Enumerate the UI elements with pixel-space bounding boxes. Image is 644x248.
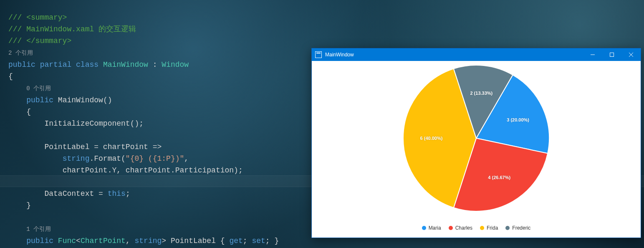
brace: } — [26, 201, 31, 210]
legend-label: Frida — [487, 225, 498, 231]
codelens-references-class[interactable]: 2 个引用 — [8, 50, 33, 56]
ctor-name: MainWindow — [58, 96, 103, 104]
gt: > — [162, 237, 166, 245]
punct-colon: : — [148, 61, 162, 69]
legend-item-frida[interactable]: Frida — [480, 225, 498, 231]
type-mainwindow: MainWindow — [103, 61, 148, 69]
comma: , — [126, 237, 135, 245]
pie-slice-label-maria: 3 (20.00%) — [507, 117, 529, 122]
keyword-public: public — [26, 237, 53, 245]
maximize-button[interactable] — [602, 48, 621, 61]
keyword-public: public — [26, 96, 53, 104]
pie-slice-label-frederic: 2 (13.33%) — [470, 91, 492, 96]
datacontext-assign: DataContext = — [44, 190, 107, 198]
minimize-icon — [591, 53, 595, 57]
prop-name: PointLabel { — [166, 237, 229, 245]
string-literal: "{0} ({1:P})" — [126, 154, 184, 163]
brace: { — [26, 108, 31, 116]
codelens-references-ctor[interactable]: 0 个引用 — [26, 85, 51, 92]
legend-label: Charles — [455, 225, 472, 231]
legend-item-charles[interactable]: Charles — [449, 225, 472, 231]
close-button[interactable] — [621, 48, 641, 61]
prop-tail: ; } — [265, 237, 279, 245]
keyword-partial: partial — [40, 61, 72, 69]
legend-dot-icon — [505, 226, 510, 230]
window-icon — [315, 51, 322, 58]
type-func: Func — [58, 237, 76, 245]
xml-doc-line: /// </summary> — [8, 37, 71, 45]
type-chartpoint: ChartPoint — [81, 237, 126, 245]
keyword-class: class — [76, 61, 98, 69]
parens: () — [103, 96, 112, 104]
legend-dot-icon — [480, 226, 484, 230]
keyword-public: public — [8, 61, 35, 69]
minimize-button[interactable] — [583, 48, 602, 61]
pie-slice-label-frida: 6 (40.00%) — [420, 136, 443, 141]
keyword-string: string — [63, 154, 90, 163]
maximize-icon — [610, 53, 614, 57]
format-args: chartPoint.Y, chartPoint.Participation); — [63, 166, 243, 175]
legend-label: Maria — [429, 225, 441, 231]
keyword-get: get — [229, 237, 242, 245]
comma: , — [184, 154, 189, 163]
semicolon: ; — [243, 237, 252, 245]
xml-doc-line: /// <summary> — [8, 13, 67, 22]
codelens-references-prop[interactable]: 1 个引用 — [26, 226, 51, 233]
type-window: Window — [162, 61, 189, 69]
brace: { — [8, 72, 13, 81]
window-titlebar[interactable]: MainWindow — [312, 48, 641, 61]
chart-area: 3 (20.00%)4 (26.67%)6 (40.00%)2 (13.33%)… — [312, 61, 641, 238]
legend-item-frederic[interactable]: Frederic — [505, 225, 530, 231]
call-format: .Format( — [89, 154, 125, 163]
type-string: string — [135, 237, 162, 245]
code-editor[interactable]: /// <summary> /// MainWindow.xaml 的交互逻辑 … — [8, 0, 317, 248]
xml-doc-line: /// MainWindow.xaml 的交互逻辑 — [8, 25, 136, 33]
chart-legend: MariaCharlesFridaFrederic — [312, 225, 641, 231]
call-initializecomponent: InitializeComponent(); — [44, 119, 144, 128]
lt: < — [76, 237, 81, 245]
legend-label: Frederic — [512, 225, 530, 231]
svg-rect-1 — [610, 53, 614, 57]
legend-dot-icon — [422, 226, 426, 230]
legend-item-maria[interactable]: Maria — [422, 225, 441, 231]
keyword-set: set — [252, 237, 265, 245]
window-buttons — [583, 48, 641, 61]
lambda-assign: PointLabel = chartPoint => — [44, 143, 162, 151]
app-window-mainwindow: MainWindow 3 (20.00%)4 (26.67%)6 (40.00%… — [311, 48, 641, 238]
keyword-this: this — [108, 190, 126, 198]
close-icon — [629, 53, 633, 57]
pie-slice-label-charles: 4 (26.67%) — [488, 175, 510, 180]
window-title: MainWindow — [325, 52, 354, 58]
semicolon: ; — [126, 190, 130, 198]
legend-dot-icon — [449, 226, 453, 230]
